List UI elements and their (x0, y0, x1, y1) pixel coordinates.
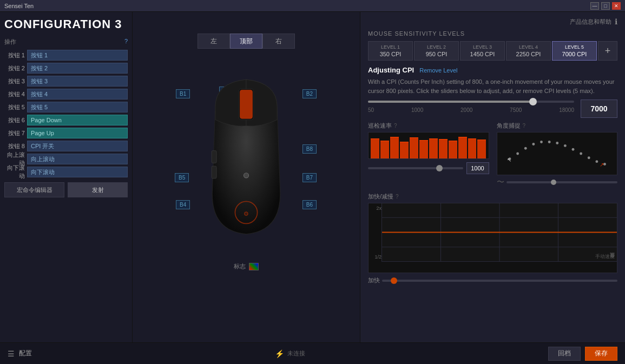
accel-help[interactable]: ? (396, 194, 399, 200)
maximize-button[interactable]: □ (601, 2, 610, 10)
sens-level-1[interactable]: LEVEL 1 350 CPI (368, 41, 413, 61)
config-list-icon: ☰ (8, 349, 15, 358)
btn-label-2: 按钮 2 (4, 64, 25, 72)
cpi-slider-thumb[interactable] (529, 98, 537, 105)
button-row-4: 按钮 4 按钮 4 (4, 88, 128, 100)
angle-snap-help[interactable]: ? (523, 123, 526, 129)
cpi-value-display[interactable]: 7000 (581, 100, 617, 118)
logo-color-box[interactable] (249, 263, 259, 270)
close-button[interactable]: ✕ (612, 2, 621, 10)
btn-action-7[interactable]: Page Up (27, 128, 128, 138)
btn-action-1[interactable]: 按钮 1 (27, 50, 128, 61)
titlebar: Sensei Ten — □ ✕ (0, 0, 625, 12)
btn-label-7: 按钮 7 (4, 129, 25, 137)
angle-snap-svg: ↖ ↗ (497, 133, 617, 175)
b4-label: B4 (176, 200, 190, 209)
button-row-1: 按钮 1 按钮 1 (4, 49, 128, 61)
svg-point-9 (524, 147, 527, 150)
accel-thumb[interactable] (391, 277, 397, 284)
macro-editor-button[interactable]: 宏命令编辑器 (4, 182, 64, 197)
connection-icon: ⚡ (275, 349, 284, 358)
svg-point-13 (556, 142, 558, 144)
svg-rect-1 (240, 90, 253, 119)
info-icon: ℹ (615, 17, 617, 26)
button-row-scroll-up: 向上滚动 向上滚动 (4, 153, 128, 165)
fire-button[interactable]: 发射 (68, 182, 128, 197)
accel-y-labels: 2x 1/2 (369, 203, 381, 262)
accel-chart-inner: 手动速度 (381, 203, 617, 262)
view-tab-top[interactable]: 顶部 (230, 34, 262, 49)
angle-thumb[interactable] (551, 180, 556, 185)
main-container: CONFIGURATION 3 操作 ? 按钮 1 按钮 1 按钮 2 按钮 2… (0, 12, 625, 342)
polling-bar-1 (371, 138, 379, 158)
cpi-range-labels: 50 1000 2000 7500 18000 (368, 107, 574, 113)
polling-help[interactable]: ? (394, 123, 397, 129)
polling-bar-9 (449, 141, 457, 158)
svg-point-14 (563, 144, 566, 147)
view-tab-left[interactable]: 左 (198, 34, 230, 49)
svg-point-17 (587, 156, 590, 159)
config-text: 配置 (19, 349, 32, 358)
button-row-7: 按钮 7 Page Up (4, 127, 128, 139)
btn-action-4[interactable]: 按钮 4 (27, 89, 128, 100)
sidebar: CONFIGURATION 3 操作 ? 按钮 1 按钮 1 按钮 2 按钮 2… (0, 12, 133, 342)
polling-bar-8 (439, 139, 448, 158)
accel-slider[interactable] (382, 280, 617, 282)
polling-chart (368, 132, 489, 159)
svg-text:↖: ↖ (507, 157, 511, 163)
cpi-description: With a CPI (Counts Per Inch) setting of … (368, 77, 617, 95)
btn-action-3[interactable]: 按钮 3 (27, 76, 128, 87)
svg-point-11 (540, 141, 543, 143)
polling-slider[interactable] (368, 167, 463, 169)
sens-level-5[interactable]: LEVEL 5 7000 CPI (552, 41, 597, 61)
polling-bar-5 (410, 137, 418, 158)
minimize-button[interactable]: — (590, 2, 599, 10)
svg-text:↗: ↗ (599, 162, 603, 168)
btn-action-2[interactable]: 按钮 2 (27, 63, 128, 74)
view-tab-right[interactable]: 右 (262, 34, 295, 49)
polling-bar-4 (400, 142, 409, 158)
accel-title: 加快/减慢 (368, 193, 393, 201)
button-row-8: 按钮 8 CPI 开关 (4, 140, 128, 152)
angle-slider[interactable] (506, 181, 618, 183)
polling-bars (369, 133, 489, 158)
svg-rect-6 (212, 166, 216, 178)
btn-label-5: 按钮 5 (4, 103, 25, 111)
b6-label: B6 (302, 200, 317, 209)
sensitivity-levels: LEVEL 1 350 CPI LEVEL 2 950 CPI LEVEL 3 … (368, 41, 617, 61)
svg-point-12 (548, 141, 550, 143)
revert-button[interactable]: 回档 (548, 347, 581, 361)
angle-snap-chart: ↖ ↗ (497, 132, 618, 175)
btn-action-scroll-up[interactable]: 向上滚动 (27, 154, 128, 164)
polling-bar-11 (468, 138, 477, 158)
button-row-scroll-down: 向下滚动 向下滚动 (4, 166, 128, 178)
accel-y-top: 2x (369, 206, 381, 211)
button-list: 按钮 1 按钮 1 按钮 2 按钮 2 按钮 3 按钮 3 按钮 4 按钮 4 … (4, 49, 128, 178)
remove-level-link[interactable]: Remove Level (419, 67, 457, 74)
btn-action-6[interactable]: Page Down (27, 115, 128, 125)
sens-level-4[interactable]: LEVEL 4 2250 CPI (506, 41, 551, 61)
add-level-button[interactable]: + (598, 41, 617, 61)
accel-section: 加快/减慢 ? 2x 1/2 (368, 193, 617, 284)
wave-icon: 〜 (497, 177, 504, 187)
bottom-bar: ☰ 配置 ⚡ 未连接 回档 保存 (0, 342, 625, 364)
b7-label: B7 (302, 173, 317, 182)
svg-point-18 (595, 160, 598, 163)
btn-action-5[interactable]: 按钮 5 (27, 102, 128, 112)
button-row-2: 按钮 2 按钮 2 (4, 62, 128, 74)
mouse-area: 左 顶部 右 B1 B2 B3 B4 B5 B6 B7 B8 (133, 12, 360, 342)
polling-bar-2 (380, 141, 389, 158)
btn-action-scroll-down[interactable]: 向下滚动 (27, 167, 128, 177)
b2-label: B2 (302, 89, 317, 98)
sens-level-3[interactable]: LEVEL 3 1450 CPI (460, 41, 505, 61)
btn-action-8[interactable]: CPI 开关 (27, 141, 128, 151)
config-title: CONFIGURATION 3 (4, 17, 128, 31)
polling-thumb[interactable] (436, 165, 443, 171)
save-button[interactable]: 保存 (585, 347, 617, 361)
svg-point-8 (516, 153, 519, 155)
accel-chart-svg (382, 203, 617, 261)
sens-level-2[interactable]: LEVEL 2 950 CPI (414, 41, 459, 61)
titlebar-title: Sensei Ten (4, 3, 34, 9)
angle-snap-col: 角度捕捉 ? (497, 122, 618, 187)
accel-y-axis-label: 反馈度 (609, 203, 616, 262)
